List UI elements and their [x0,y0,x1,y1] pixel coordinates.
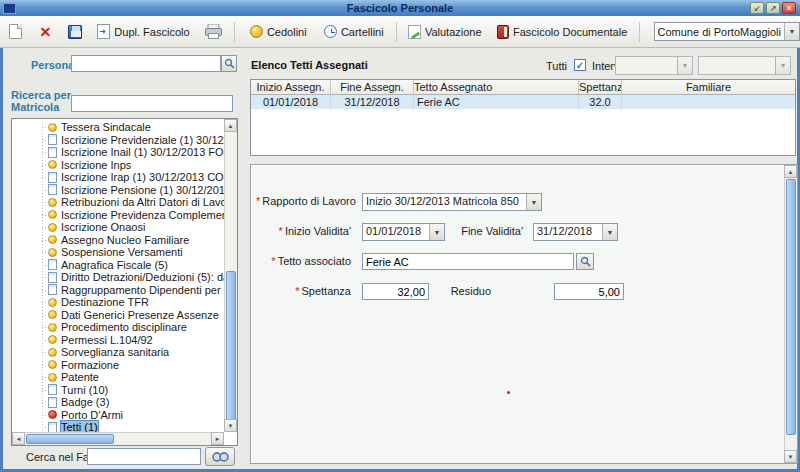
column-header[interactable]: Fine Assegn. [331,80,414,95]
cerca-fascicolo-button[interactable] [205,447,235,466]
tutti-label: Tutti [546,60,567,72]
tree-vscroll-thumb[interactable] [226,271,236,421]
tree-item[interactable]: Iscrizione Inps [12,159,224,172]
column-header[interactable]: Inizio Assegn. [251,80,331,95]
duplica-fascicolo-label: Dupl. Fascicolo [114,26,189,38]
fine-validita-datepicker[interactable]: 31/12/2018 ▼ [533,223,618,241]
chevron-down-icon[interactable]: ▼ [784,23,799,40]
tree-item[interactable]: Iscrizione Previdenza Complementare [12,209,224,222]
tree-item[interactable]: Destinazione TFR [12,296,224,309]
tree-item-label: Anagrafica Fiscale (5) [61,259,168,271]
tree-item[interactable]: Assegno Nucleo Familiare [12,234,224,247]
persona-input[interactable] [71,55,221,72]
tree-hscroll-thumb[interactable] [26,434,114,444]
tree-item-label: Sospensione Versamenti [61,246,183,258]
tetto-search-button[interactable] [576,253,594,270]
form-vertical-scrollbar[interactable]: ▲ ▼ [784,165,797,463]
print-button[interactable] [199,20,228,43]
tetto-associato-input[interactable] [362,253,574,270]
save-button[interactable] [62,21,88,43]
intervallo-from-select[interactable]: ▼ [615,56,693,75]
doc-node-icon [48,184,57,195]
tree-item[interactable]: Sospensione Versamenti [12,246,224,259]
cedolini-coin-icon [250,25,263,38]
tree-item-label: Iscrizione Pensione (1) 30/12/2013 CORPO… [61,184,224,196]
tree-item[interactable]: Dati Generici Presenze Assenze [12,309,224,322]
column-header[interactable]: Tetto Assegnato [414,80,579,95]
tree-item[interactable]: Iscrizione Previdenziale (1) 30/12/2013 … [12,134,224,147]
scroll-down-icon[interactable]: ▼ [224,419,237,432]
intervallo-from-value [616,57,677,74]
close-button[interactable]: ✕ [782,2,796,14]
chevron-down-icon[interactable]: ▼ [526,194,541,210]
column-header[interactable]: Familiare [622,80,795,95]
matricola-input[interactable] [71,95,233,112]
valutazione-button[interactable]: Valutazione [402,21,488,43]
tree-item[interactable]: Tessera Sindacale [12,121,224,134]
binoculars-icon [212,451,229,463]
tree-item[interactable]: Tetti (1) [12,421,224,432]
company-select-value: Comune di PortoMaggioli [655,26,785,38]
scroll-up-icon[interactable]: ▲ [784,165,797,178]
residuo-input[interactable] [554,283,624,300]
tree-item[interactable]: Iscrizione Inail (1) 30/12/2013 FONDAZIO… [12,146,224,159]
tree-item[interactable]: Raggruppamento Dipendenti per Contabiliz… [12,284,224,297]
search-icon [224,58,235,69]
scroll-down-icon[interactable]: ▼ [784,450,797,463]
new-button[interactable] [3,20,28,43]
table-row[interactable]: 01/01/201831/12/2018Ferie AC32.0 [251,95,795,109]
cedolini-button[interactable]: Cedolini [244,21,313,42]
company-select[interactable]: Comune di PortoMaggioli ▼ [654,22,800,41]
tree-vertical-scrollbar[interactable]: ▲ ▼ [224,119,237,432]
scroll-up-icon[interactable]: ▲ [224,119,237,132]
scroll-left-icon[interactable]: ◄ [12,432,25,445]
tree-item-label: Formazione [61,359,119,371]
tree-item[interactable]: Iscrizione Onaosi [12,221,224,234]
tree-item-label: Dati Generici Presenze Assenze [61,309,219,321]
rapporto-select[interactable]: Inizio 30/12/2013 Matricola 850 ▼ [362,193,542,211]
persona-search-button[interactable] [221,55,237,72]
tree-item[interactable]: Formazione [12,359,224,372]
column-header[interactable]: Spettanza [579,80,622,95]
inizio-validita-datepicker[interactable]: 01/01/2018 ▼ [362,223,445,241]
fascicolo-documentale-button[interactable]: Fascicolo Documentale [491,21,633,43]
yellow-node-icon [48,223,57,232]
delete-button[interactable]: ✕ [34,21,58,43]
tree-item[interactable]: Sorveglianza sanitaria [12,346,224,359]
rapporto-label: *Rapporto di Lavoro [256,195,351,207]
tree-item-label: Iscrizione Irap (1) 30/12/2013 CORPORATI… [61,171,224,183]
cerca-fascicolo-input[interactable] [87,448,201,465]
table-cell: 01/01/2018 [251,95,331,109]
tree-item-label: Retribuzioni da Altri Datori di Lavoro [61,196,224,208]
tree-item[interactable]: Anagrafica Fiscale (5) [12,259,224,272]
scroll-right-icon[interactable]: ► [211,432,224,445]
tree-item[interactable]: Iscrizione Pensione (1) 30/12/2013 CORPO… [12,184,224,197]
form-vscroll-thumb[interactable] [786,179,796,435]
intervallo-to-select[interactable]: ▼ [698,56,791,75]
duplica-fascicolo-button[interactable]: Dupl. Fascicolo [91,20,195,43]
fine-validita-value: 31/12/2018 [534,224,602,240]
tree-item-label: Sorveglianza sanitaria [61,346,169,358]
cartellini-button[interactable]: Cartellini [318,21,390,42]
tree-horizontal-scrollbar[interactable]: ◄ ► [12,432,224,445]
tree-item-label: Iscrizione Previdenza Complementare [61,209,224,221]
tree-item[interactable]: Permessi L.104/92 [12,334,224,347]
tree-item[interactable]: Procedimento disciplinare [12,321,224,334]
doc-node-icon [48,384,57,395]
tree-item[interactable]: Retribuzioni da Altri Datori di Lavoro [12,196,224,209]
tree-item[interactable]: Iscrizione Irap (1) 30/12/2013 CORPORATI… [12,171,224,184]
tree-item-label: Permessi L.104/92 [61,334,153,346]
maximize-button[interactable]: ↗ [766,2,780,14]
tree-item[interactable]: Diritto Detrazioni/Deduzioni (5): da 1/2… [12,271,224,284]
tree-item[interactable]: Turni (10) [12,384,224,397]
tree-item[interactable]: Badge (3) [12,396,224,409]
tree-item[interactable]: Patente [12,371,224,384]
tree-item[interactable]: Porto D'Armi [12,409,224,422]
chevron-down-icon[interactable]: ▼ [602,224,617,240]
spettanza-label: *Spettanza [256,285,351,297]
save-icon [68,25,82,39]
chevron-down-icon[interactable]: ▼ [429,224,444,240]
restore-button[interactable]: ↙ [750,2,764,14]
tree-item-label: Destinazione TFR [61,296,149,308]
tutti-checkbox[interactable]: ✓ [574,59,586,71]
